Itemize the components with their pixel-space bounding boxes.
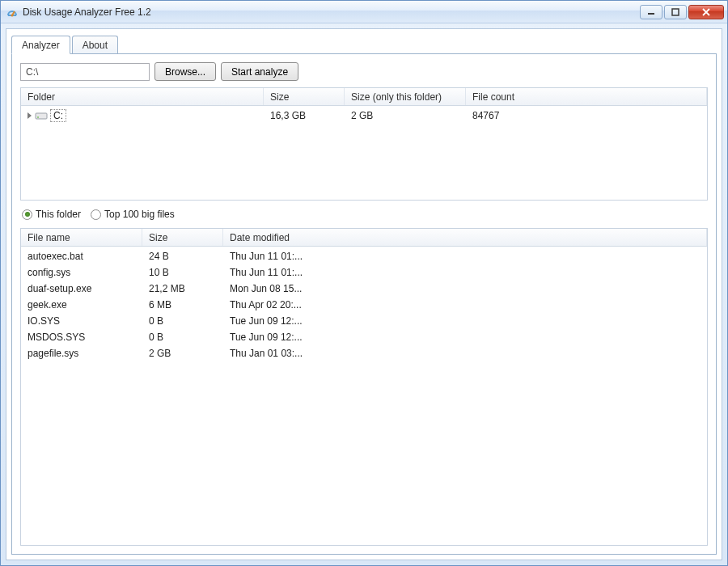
cell-date: Tue Jun 09 12:...	[223, 332, 707, 343]
tab-panel-analyzer: Browse... Start analyze Folder Size Size…	[11, 53, 717, 555]
window-controls	[640, 5, 724, 19]
cell-filename: geek.exe	[21, 299, 142, 310]
file-list-table[interactable]: File name Size Date modified autoexec.ba…	[20, 228, 708, 546]
cell-date: Tue Jun 09 12:...	[223, 315, 707, 327]
close-button[interactable]	[688, 5, 724, 19]
cell-filesize: 24 B	[142, 251, 223, 262]
browse-button[interactable]: Browse...	[154, 62, 216, 81]
path-row: Browse... Start analyze	[20, 62, 708, 81]
cell-date: Thu Jun 11 01:...	[223, 267, 707, 278]
col-header-filename[interactable]: File name	[21, 229, 142, 246]
view-mode-row: This folder Top 100 big files	[20, 207, 708, 222]
cell-filesize: 10 B	[142, 267, 223, 278]
cell-filename: autoexec.bat	[21, 251, 142, 262]
path-input[interactable]	[20, 63, 150, 81]
tab-about[interactable]: About	[72, 36, 118, 53]
radio-input-icon	[22, 209, 32, 220]
cell-date: Thu Jun 11 01:...	[223, 251, 707, 262]
col-header-folder[interactable]: Folder	[21, 88, 264, 105]
folder-name: C:	[50, 109, 66, 122]
client-area: Analyzer About Browse... Start analyze F…	[6, 28, 722, 560]
cell-filesize: 21,2 MB	[142, 283, 223, 294]
cell-date: Mon Jun 08 15...	[223, 283, 707, 294]
col-header-size[interactable]: Size	[264, 88, 345, 105]
svg-rect-1	[648, 13, 654, 15]
folder-tree-table[interactable]: Folder Size Size (only this folder) File…	[20, 87, 708, 201]
minimize-button[interactable]	[640, 5, 662, 19]
cell-filename: config.sys	[21, 267, 142, 278]
folder-tree-body: C: 16,3 GB 2 GB 84767	[21, 106, 707, 200]
drive-icon	[35, 111, 48, 120]
table-row[interactable]: autoexec.bat24 BThu Jun 11 01:...	[21, 248, 707, 264]
cell-size-only: 2 GB	[345, 110, 466, 121]
cell-file-count: 84767	[466, 110, 707, 121]
radio-label: Top 100 big files	[104, 209, 175, 220]
cell-filename: IO.SYS	[21, 315, 142, 327]
cell-filename: duaf-setup.exe	[21, 283, 142, 294]
table-row[interactable]: C: 16,3 GB 2 GB 84767	[21, 108, 707, 124]
cell-filesize: 6 MB	[142, 299, 223, 310]
start-analyze-button[interactable]: Start analyze	[221, 62, 298, 81]
svg-point-4	[37, 116, 39, 118]
svg-point-0	[11, 14, 14, 16]
tree-expander-icon[interactable]	[28, 112, 32, 119]
svg-rect-3	[36, 113, 47, 119]
col-header-filesize[interactable]: Size	[142, 229, 223, 246]
cell-date: Thu Apr 02 20:...	[223, 299, 707, 310]
table-row[interactable]: MSDOS.SYS0 BTue Jun 09 12:...	[21, 329, 707, 345]
cell-size: 16,3 GB	[264, 110, 345, 121]
folder-tree-header: Folder Size Size (only this folder) File…	[21, 88, 707, 106]
col-header-file-count[interactable]: File count	[466, 88, 707, 105]
col-header-size-only[interactable]: Size (only this folder)	[345, 88, 466, 105]
titlebar[interactable]: Disk Usage Analyzer Free 1.2	[1, 1, 727, 23]
svg-rect-2	[672, 9, 679, 15]
table-row[interactable]: IO.SYS0 BTue Jun 09 12:...	[21, 313, 707, 329]
table-row[interactable]: geek.exe6 MBThu Apr 02 20:...	[21, 297, 707, 313]
cell-filesize: 0 B	[142, 332, 223, 343]
cell-filename: MSDOS.SYS	[21, 332, 142, 343]
cell-filesize: 2 GB	[142, 348, 223, 359]
table-row[interactable]: config.sys10 BThu Jun 11 01:...	[21, 264, 707, 281]
app-window: Disk Usage Analyzer Free 1.2 Analyzer Ab…	[0, 0, 728, 566]
col-header-date[interactable]: Date modified	[223, 229, 707, 246]
radio-top-100[interactable]: Top 100 big files	[91, 209, 175, 220]
radio-this-folder[interactable]: This folder	[22, 209, 81, 220]
table-row[interactable]: pagefile.sys2 GBThu Jan 01 03:...	[21, 345, 707, 361]
maximize-button[interactable]	[664, 5, 687, 19]
file-list-header: File name Size Date modified	[21, 229, 707, 247]
cell-filename: pagefile.sys	[21, 348, 142, 359]
table-row[interactable]: duaf-setup.exe21,2 MBMon Jun 08 15...	[21, 281, 707, 297]
tabstrip: Analyzer About	[11, 34, 717, 53]
tab-label: About	[83, 40, 108, 51]
tab-label: Analyzer	[22, 40, 60, 51]
cell-filesize: 0 B	[142, 315, 223, 327]
radio-input-icon	[91, 209, 101, 220]
tab-analyzer[interactable]: Analyzer	[11, 36, 70, 54]
app-icon	[6, 6, 19, 19]
radio-label: This folder	[36, 209, 81, 220]
window-title: Disk Usage Analyzer Free 1.2	[23, 6, 640, 18]
file-list-body: autoexec.bat24 BThu Jun 11 01:...config.…	[21, 247, 707, 545]
cell-date: Thu Jan 01 03:...	[223, 348, 707, 359]
